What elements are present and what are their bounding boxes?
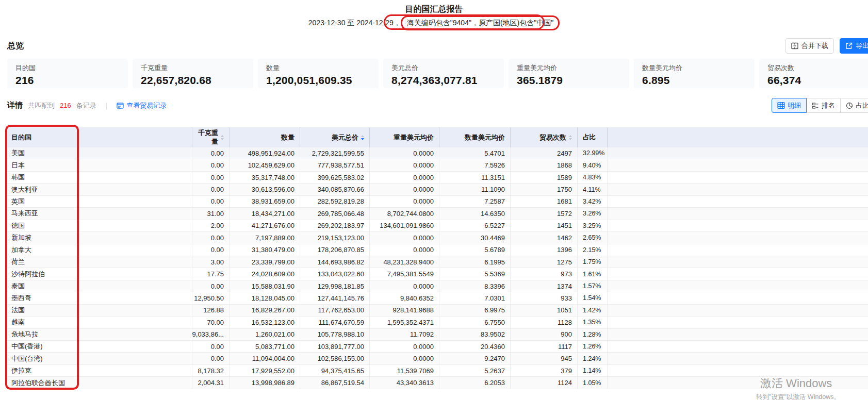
table-row[interactable]: 法国 126.88 16,829,267.00 117,762,653.00 9… (6, 305, 868, 317)
share-cell: 1.57% (578, 280, 608, 292)
table-row[interactable]: 澳大利亚 0.00 30,613,596.00 340,085,870.66 0… (6, 184, 868, 195)
card-label: 美元总价 (391, 63, 496, 73)
filler-cell (608, 305, 868, 316)
filler-cell (608, 292, 868, 304)
kg-weight-cell: 0.00 (192, 353, 230, 364)
table-row[interactable]: 马来西亚 31.00 18,434,271.00 269,785,066.48 … (6, 208, 868, 220)
usd-total-cell: 269,202,183.97 (300, 220, 370, 231)
qty-avg-price-cell: 30.4469 (439, 232, 511, 243)
quantity-cell: 16,829,267.00 (230, 305, 300, 316)
kg-weight-cell: 0.00 (192, 280, 230, 292)
trade-count-cell: 1589 (511, 172, 578, 183)
details-heading: 详情 (7, 101, 23, 110)
table-row[interactable]: 韩国 0.00 35,317,748.00 399,625,583.02 0.0… (6, 172, 868, 184)
country-cell: 新加坡 (6, 232, 192, 243)
kg-weight-cell: 3.00 (192, 256, 230, 268)
usd-total-cell: 777,938,577.51 (300, 159, 370, 171)
tab-share[interactable]: 占比 (841, 98, 868, 113)
share-cell: 1.26% (578, 341, 608, 352)
filler-cell (608, 220, 868, 231)
table-row[interactable]: 荷兰 3.00 23,339,799.00 144,693,986.82 48,… (6, 256, 868, 268)
quantity-cell: 41,271,676.00 (230, 220, 300, 231)
country-cell: 越南 (6, 317, 192, 328)
weight-avg-price-cell: 0.0000 (370, 244, 439, 256)
filler-cell (608, 159, 868, 171)
col-header-filler (608, 127, 868, 147)
table-row[interactable]: 阿拉伯联合酋长国 2,004.31 13,998,986.89 86,867,5… (6, 377, 868, 389)
weight-avg-price-cell: 8,702,744.0800 (370, 208, 439, 219)
tab-share-label: 占比 (856, 101, 868, 110)
quantity-cell: 24,028,609.00 (230, 268, 300, 279)
table-row[interactable]: 德国 2.00 41,271,676.00 269,202,183.97 134… (6, 220, 868, 232)
table-row[interactable]: 危地马拉 9,033,86... 1,260,021.00 105,778,98… (6, 329, 868, 341)
trade-count-cell: 1374 (511, 280, 578, 292)
merge-download-icon (791, 42, 798, 49)
filler-cell (608, 208, 868, 219)
share-cell: 1.42% (578, 305, 608, 316)
qty-avg-price-cell: 5.6789 (439, 244, 511, 256)
trade-count-cell: 2497 (511, 147, 578, 159)
usd-total-cell: 269,785,066.48 (300, 208, 370, 219)
card-value: 8,274,363,077.81 (391, 74, 496, 87)
table-row[interactable]: 日本 0.00 102,459,629.00 777,938,577.51 0.… (6, 159, 868, 171)
date-range: 2023-12-30 至 2024-12-29， (308, 16, 401, 30)
quantity-cell: 1,260,021.00 (230, 329, 300, 340)
filler-cell (608, 341, 868, 352)
col-header-usd-total[interactable]: 美元总价 (300, 127, 370, 147)
tab-detail[interactable]: 明细 (772, 98, 807, 113)
matched-prefix: 共匹配到 (28, 101, 55, 110)
tab-detail-label: 明细 (788, 101, 801, 110)
col-header-kg-weight[interactable]: 千克重量 (192, 127, 230, 147)
filter-criteria: 海关编码包含"9404"，原产国(地区)包含"中国" (401, 15, 560, 30)
summary-card: 贸易次数 66,374 (759, 59, 868, 88)
country-cell: 加拿大 (6, 244, 192, 256)
weight-avg-price-cell: 0.0000 (370, 184, 439, 195)
table-row[interactable]: 新加坡 0.00 7,197,889.00 219,153,123.00 0.0… (6, 232, 868, 244)
weight-avg-price-cell: 0.0000 (370, 341, 439, 352)
filler-cell (608, 280, 868, 292)
export-button[interactable]: 导出 (840, 38, 868, 54)
share-cell: 1.54% (578, 292, 608, 304)
card-value: 66,374 (767, 74, 868, 87)
quantity-cell: 31,380,479.00 (230, 244, 300, 256)
qty-avg-price-cell: 11.1090 (439, 184, 511, 195)
quantity-cell: 498,951,924.00 (230, 147, 300, 159)
country-cell: 德国 (6, 220, 192, 231)
share-cell: 1.24% (578, 353, 608, 364)
trade-count-cell: 1462 (511, 232, 578, 243)
merge-download-button[interactable]: 合并下载 (785, 38, 834, 54)
weight-avg-price-cell: 0.0000 (370, 159, 439, 171)
country-cell: 美国 (6, 147, 192, 159)
table-row[interactable]: 美国 0.00 498,951,924.00 2,729,321,599.55 … (6, 147, 868, 159)
col-header-trade-count[interactable]: 贸易次数 (511, 127, 578, 147)
pie-chart-icon (846, 102, 853, 109)
tab-ranking[interactable]: 排名 (807, 98, 841, 113)
report-subtitle: 2023-12-30 至 2024-12-29， 海关编码包含"9404"，原产… (0, 15, 868, 30)
view-trade-records-link[interactable]: 查看贸易记录 (117, 101, 167, 110)
kg-weight-cell: 0.00 (192, 341, 230, 352)
table-row[interactable]: 墨西哥 12,950.50 18,128,045.00 127,441,145.… (6, 292, 868, 304)
kg-weight-cell: 0.00 (192, 232, 230, 243)
merge-download-label: 合并下载 (801, 41, 828, 51)
trade-count-cell: 933 (511, 292, 578, 304)
country-cell: 英国 (6, 196, 192, 207)
filler-cell (608, 256, 868, 268)
share-cell: 3.25% (578, 220, 608, 231)
qty-avg-price-cell: 5.4701 (439, 147, 511, 159)
table-row[interactable]: 中国(台湾) 0.00 11,094,004.00 102,586,155.00… (6, 353, 868, 364)
table-row[interactable]: 英国 0.00 38,931,659.00 282,592,819.28 0.0… (6, 196, 868, 208)
usd-total-cell: 103,891,777.00 (300, 341, 370, 352)
table-row[interactable]: 加拿大 0.00 31,380,479.00 178,206,870.85 0.… (6, 244, 868, 256)
table-row[interactable]: 越南 70.00 16,532,123.00 111,674,670.59 1,… (6, 317, 868, 328)
trade-count-cell: 1451 (511, 220, 578, 231)
overview-cards: 目的国 216 千克重量 22,657,820.68 数量 1,200,051,… (7, 59, 868, 88)
table-row[interactable]: 中国(香港) 0.00 5,083,771.00 103,891,777.00 … (6, 341, 868, 353)
country-cell: 墨西哥 (6, 292, 192, 304)
table-row[interactable]: 泰国 0.00 15,588,031.90 129,998,181.85 0.0… (6, 280, 868, 292)
table-row[interactable]: 沙特阿拉伯 17.75 24,028,609.00 133,043,022.60… (6, 268, 868, 280)
table-row[interactable]: 伊拉克 8,178.32 17,929,552.00 94,375,415.65… (6, 365, 868, 377)
card-value: 22,657,820.68 (141, 74, 245, 87)
matched-count: 216 (60, 102, 71, 109)
card-value: 365.1879 (517, 74, 621, 87)
trade-count-cell: 1051 (511, 305, 578, 316)
